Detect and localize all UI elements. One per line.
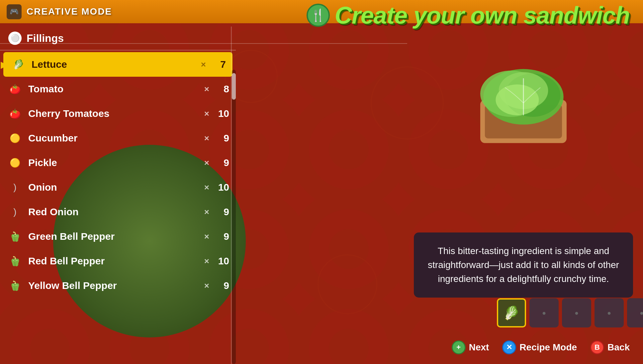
green-bell-pepper-name: Green Bell Pepper xyxy=(28,231,204,242)
back-icon: B xyxy=(590,340,604,354)
ingredient-row-tomato[interactable]: 🍅 Tomato × 8 xyxy=(0,77,236,101)
lettuce-icon: 🥬 xyxy=(10,56,27,73)
cucumber-count: 9 xyxy=(216,133,229,144)
ingredients-list: 🥬 Lettuce × 7 🍅 Tomato × 8 🍅 Cherry Toma… xyxy=(0,50,236,300)
yellow-bell-pepper-x: × xyxy=(204,281,209,291)
red-bell-pepper-icon: 🫑 xyxy=(7,253,23,269)
red-onion-count: 9 xyxy=(216,206,229,218)
green-bell-pepper-x: × xyxy=(204,231,209,242)
left-panel: ⚪ Fillings 🥬 Lettuce × 7 🍅 Tomato × 8 🍅 … xyxy=(0,27,236,364)
scrollbar[interactable] xyxy=(232,70,236,364)
vertical-divider xyxy=(231,27,232,364)
slot-3[interactable]: ● xyxy=(562,298,591,327)
cucumber-icon: 🟡 xyxy=(7,130,23,146)
ingredient-row-lettuce[interactable]: 🥬 Lettuce × 7 xyxy=(3,52,232,77)
yellow-bell-pepper-icon: 🫑 xyxy=(7,277,23,294)
lettuce-x: × xyxy=(201,59,206,70)
tomato-icon: 🍅 xyxy=(7,81,23,97)
lettuce-name: Lettuce xyxy=(32,59,201,70)
fillings-title: Fillings xyxy=(27,32,64,45)
pickle-name: Pickle xyxy=(28,157,204,168)
pickle-x: × xyxy=(204,158,209,168)
pickle-count: 9 xyxy=(216,157,229,168)
creative-mode-icon: 🎮 xyxy=(7,4,22,19)
ingredient-row-red-onion[interactable]: ) Red Onion × 9 xyxy=(0,200,236,224)
next-label: Next xyxy=(469,342,489,353)
svg-point-6 xyxy=(496,84,539,115)
onion-count: 10 xyxy=(216,182,229,193)
red-bell-pepper-x: × xyxy=(204,256,209,266)
cherry-tomatoes-x: × xyxy=(204,109,209,119)
cherry-tomatoes-count: 10 xyxy=(216,108,229,119)
green-bell-pepper-count: 9 xyxy=(216,231,229,242)
tomato-x: × xyxy=(204,84,209,94)
green-bell-pepper-icon: 🫑 xyxy=(7,228,23,245)
cherry-tomatoes-name: Cherry Tomatoes xyxy=(28,108,204,119)
ingredient-row-green-bell-pepper[interactable]: 🫑 Green Bell Pepper × 9 xyxy=(0,224,236,249)
ingredient-row-yellow-bell-pepper[interactable]: 🫑 Yellow Bell Pepper × 9 xyxy=(0,273,236,298)
cucumber-x: × xyxy=(204,133,209,143)
pickle-icon: 🟡 xyxy=(7,154,23,171)
red-onion-x: × xyxy=(204,207,209,217)
slot-4[interactable]: ● xyxy=(595,298,624,327)
recipe-mode-icon: ✕ xyxy=(502,340,516,354)
ingredient-row-onion[interactable]: ) Onion × 10 xyxy=(0,175,236,200)
ingredient-row-cucumber[interactable]: 🟡 Cucumber × 9 xyxy=(0,126,236,150)
red-bell-pepper-count: 10 xyxy=(216,255,229,267)
cherry-tomatoes-icon: 🍅 xyxy=(7,105,23,122)
food-tray xyxy=(464,53,583,153)
next-button[interactable]: + Next xyxy=(452,340,489,354)
yellow-bell-pepper-count: 9 xyxy=(216,280,229,291)
creative-mode-title: CREATIVE MODE xyxy=(27,6,112,17)
sandwich-title: Create your own sandwich xyxy=(335,2,630,29)
yellow-bell-pepper-name: Yellow Bell Pepper xyxy=(28,280,204,291)
description-box: This bitter-tasting ingredient is simple… xyxy=(414,232,633,298)
onion-x: × xyxy=(204,182,209,193)
onion-name: Onion xyxy=(28,182,204,193)
fillings-icon: ⚪ xyxy=(8,32,22,45)
bottom-bar: + Next ✕ Recipe Mode B Back xyxy=(0,331,643,364)
fillings-header: ⚪ Fillings xyxy=(0,27,236,50)
main-title-area: 🍴 Create your own sandwich xyxy=(307,2,630,29)
recipe-mode-label: Recipe Mode xyxy=(519,342,577,353)
red-onion-icon: ) xyxy=(7,204,23,220)
tomato-count: 8 xyxy=(216,83,229,95)
back-button[interactable]: B Back xyxy=(590,340,630,354)
slots-row: 🥬 ● ● ● ● ● ● ● ● ● xyxy=(487,298,643,327)
recipe-mode-button[interactable]: ✕ Recipe Mode xyxy=(502,340,577,354)
lettuce-illustration xyxy=(470,60,577,146)
lettuce-count: 7 xyxy=(213,59,226,70)
ingredient-row-cherry-tomatoes[interactable]: 🍅 Cherry Tomatoes × 10 xyxy=(0,101,236,126)
red-onion-name: Red Onion xyxy=(28,206,204,218)
slot-5[interactable]: ● xyxy=(627,298,643,327)
scrollbar-thumb xyxy=(232,73,236,100)
fork-icon: 🍴 xyxy=(307,4,330,27)
description-text: This bitter-tasting ingredient is simple… xyxy=(427,244,620,286)
slot-1[interactable]: 🥬 xyxy=(497,298,526,327)
tomato-name: Tomato xyxy=(28,83,204,95)
ingredient-row-pickle[interactable]: 🟡 Pickle × 9 xyxy=(0,150,236,175)
slot-2[interactable]: ● xyxy=(529,298,559,327)
red-bell-pepper-name: Red Bell Pepper xyxy=(28,255,204,267)
ingredient-row-red-bell-pepper[interactable]: 🫑 Red Bell Pepper × 10 xyxy=(0,249,236,273)
cucumber-name: Cucumber xyxy=(28,133,204,144)
onion-icon: ) xyxy=(7,179,23,196)
next-icon: + xyxy=(452,340,466,354)
back-label: Back xyxy=(607,342,630,353)
right-panel: This bitter-tasting ingredient is simple… xyxy=(244,27,643,364)
